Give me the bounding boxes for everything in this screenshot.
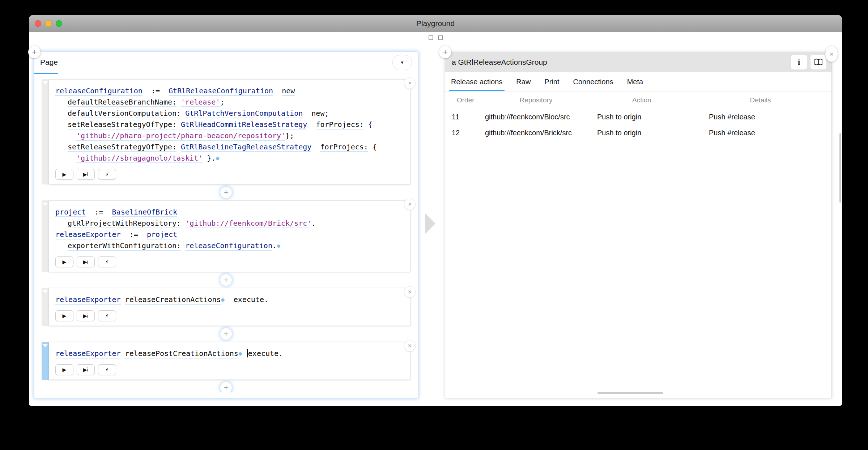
code-token: { [364,120,373,129]
code-token: gtRlProjectWithRepository: [68,219,181,228]
snippet-editor[interactable]: releaseExporter releasePostCreationActio… [55,348,404,359]
add-inspector-button[interactable]: + [439,46,451,58]
add-snippet-button[interactable]: + [220,328,232,340]
code-token [176,143,181,151]
code-token: releaseExporter [55,349,121,358]
collapse-triangle-icon [43,203,48,206]
code-token: }. [203,154,216,162]
collapse-triangle-icon [43,81,48,85]
table-body: 11github://feenkcom/Bloc/srcPush to orig… [451,109,826,141]
context-dot-icon: ● [277,242,281,249]
code-token: := [121,230,147,239]
close-snippet-button[interactable]: × [404,286,415,297]
code-token [242,349,247,358]
evaluate-button[interactable]: ▶ [55,256,73,267]
debug-button[interactable]: ⚡ [98,256,116,267]
code-token: forProjecs: [316,120,363,130]
snippet-editor[interactable]: releaseConfiguration := GtRlReleaseConfi… [55,85,404,164]
code-token [303,109,311,118]
code-token: defaultVersionComputation: [68,109,181,118]
tab-page[interactable]: Page [40,58,58,67]
snippet-collapse-handle[interactable] [42,79,49,184]
add-pane-button[interactable]: + [28,46,41,58]
close-snippet-button[interactable]: × [404,340,415,351]
titlebar[interactable]: Playground [29,15,842,32]
inspector-header-buttons: i [791,55,826,69]
table-cell: github://feenkcom/Bloc/src [484,113,570,121]
code-token: releaseCreationActions [125,295,221,305]
inspect-button[interactable]: ▶i [77,256,95,267]
code-token: setReleaseStrategyOfType: [68,120,176,130]
code-token: new [311,109,324,118]
debug-button[interactable]: ⚡ [98,169,116,180]
close-inspector-button[interactable]: × [825,46,838,62]
inspect-info-button[interactable]: i [791,55,807,69]
code-token [273,86,282,95]
debug-icon: ⚡ [105,171,109,177]
evaluate-button[interactable]: ▶ [55,364,73,375]
code-line: releaseExporter releasePostCreationActio… [55,348,404,359]
add-snippet-button[interactable]: + [220,274,232,286]
vertical-scrollbar[interactable] [839,133,841,203]
inspect-icon: ▶i [83,171,89,177]
inspect-button[interactable]: ▶i [77,364,95,375]
column-header-details: Details [750,96,771,104]
inspector-title: a GtRlReleaseActionsGroup [452,58,791,67]
debug-button[interactable]: ⚡ [98,310,116,321]
debug-button[interactable]: ⚡ [98,364,116,375]
text-cursor [247,349,248,357]
page-dot[interactable] [429,35,433,40]
code-token: 'github://sbragagnolo/taskit' [76,154,203,163]
evaluate-button[interactable]: ▶ [55,169,73,180]
code-token: execute. [225,295,268,304]
snippet-editor[interactable]: releaseExporter releaseCreationActions● … [55,294,404,305]
code-token [121,295,125,304]
code-line: releaseExporter := project [55,229,404,240]
close-snippet-button[interactable]: × [404,199,415,210]
add-snippet-button[interactable]: + [220,187,232,198]
page-pane: + Page ▼ releaseConfiguration := GtRlRel… [34,52,418,398]
code-token: forProjecs: [320,143,368,152]
code-token: }; [285,131,294,140]
tab-raw[interactable]: Raw [516,72,531,91]
inspect-button[interactable]: ▶i [77,169,95,180]
tab-meta[interactable]: Meta [627,72,643,91]
code-line: setReleaseStrategyOfType: GtRlBaselineTa… [55,141,404,153]
expand-pane-arrow[interactable] [425,213,435,234]
active-tab-underline [34,73,58,74]
browse-class-button[interactable] [810,55,826,69]
snippet-card: project := BaselineOfBrickgtRlProjectWit… [49,200,410,272]
page-dot[interactable] [438,35,443,40]
code-line: defaultReleaseBranchName: 'release'; [55,97,404,108]
close-snippet-button[interactable]: × [404,78,415,89]
page-menu-button[interactable]: ▼ [392,55,412,70]
code-token [181,219,185,228]
code-token: releaseConfiguration [55,86,142,96]
snippet-toolbar: ▶▶i⚡ [55,169,404,180]
table-row[interactable]: 12github://feenkcom/Brick/srcPush to ori… [451,125,826,141]
snippet-card: releaseConfiguration := GtRlReleaseConfi… [49,79,410,184]
inspect-button[interactable]: ▶i [77,310,95,321]
debug-icon: ⚡ [105,367,109,373]
code-line: gtRlProjectWithRepository: 'github://fee… [55,218,404,229]
inspector-header: a GtRlReleaseActionsGroup i [445,52,831,72]
snippet-collapse-handle[interactable] [42,200,49,272]
table-row[interactable]: 11github://feenkcom/Bloc/srcPush to orig… [451,109,826,125]
snippet-collapse-handle[interactable] [42,288,49,326]
debug-icon: ⚡ [105,313,109,319]
code-line: releaseConfiguration := GtRlReleaseConfi… [55,85,404,97]
tab-release-actions[interactable]: Release actions [451,72,502,91]
snippet-editor[interactable]: project := BaselineOfBrickgtRlProjectWit… [55,207,404,251]
code-token: project [147,230,177,239]
screen: Playground + Page ▼ releaseConfiguration… [0,0,868,450]
evaluate-button[interactable]: ▶ [55,310,73,321]
add-snippet-button[interactable]: + [220,382,232,392]
horizontal-scrollbar[interactable] [597,392,663,394]
code-token [121,349,125,358]
code-token [311,143,320,151]
snippet-collapse-handle[interactable] [42,342,49,380]
tab-print[interactable]: Print [544,72,559,91]
tab-connections[interactable]: Connections [573,72,613,91]
book-icon [814,59,823,66]
code-token: := [86,208,112,216]
